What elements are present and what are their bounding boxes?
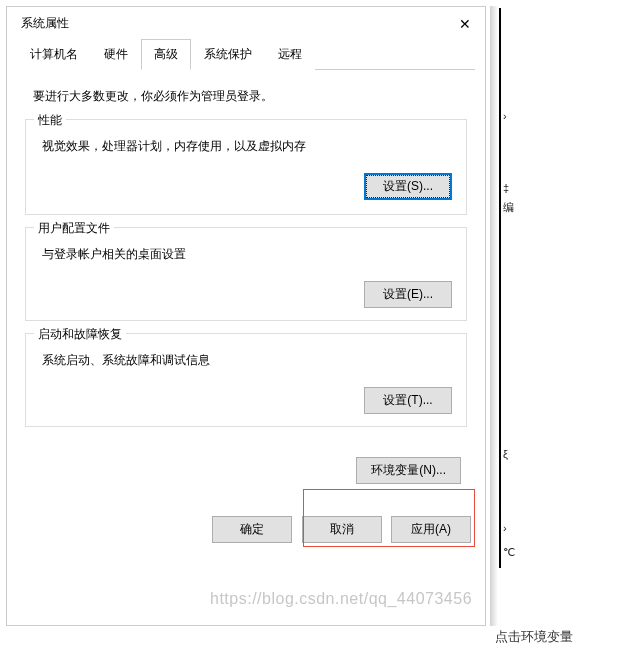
admin-instruction: 要进行大多数更改，你必须作为管理员登录。 (33, 88, 467, 105)
environment-variables-button[interactable]: 环境变量(N)... (356, 457, 461, 484)
group-performance-desc: 视觉效果，处理器计划，内存使用，以及虚拟内存 (42, 138, 452, 155)
bg-mark-arrow: › (503, 110, 507, 122)
tab-content-advanced: 要进行大多数更改，你必须作为管理员登录。 性能 视觉效果，处理器计划，内存使用，… (7, 70, 485, 506)
close-icon[interactable]: ✕ (453, 16, 477, 32)
cancel-button[interactable]: 取消 (302, 516, 382, 543)
performance-settings-button[interactable]: 设置(S)... (364, 173, 452, 200)
bg-mark-4: › (503, 522, 507, 534)
tab-remote[interactable]: 远程 (265, 39, 315, 70)
tab-system-protection[interactable]: 系统保护 (191, 39, 265, 70)
group-startup-legend: 启动和故障恢复 (34, 326, 126, 343)
group-user-profile: 用户配置文件 与登录帐户相关的桌面设置 设置(E)... (25, 227, 467, 321)
group-performance-legend: 性能 (34, 112, 66, 129)
env-var-row: 环境变量(N)... (25, 439, 467, 498)
tab-computer-name[interactable]: 计算机名 (17, 39, 91, 70)
bg-mark-3: ξ (503, 448, 508, 460)
system-properties-dialog: 系统属性 ✕ 计算机名 硬件 高级 系统保护 远程 要进行大多数更改，你必须作为… (6, 6, 486, 626)
group-user-profile-desc: 与登录帐户相关的桌面设置 (42, 246, 452, 263)
tab-strip: 计算机名 硬件 高级 系统保护 远程 (17, 38, 475, 70)
titlebar: 系统属性 ✕ (7, 7, 485, 38)
group-startup-recovery: 启动和故障恢复 系统启动、系统故障和调试信息 设置(T)... (25, 333, 467, 427)
dialog-footer: 确定 取消 应用(A) (7, 506, 485, 553)
bg-mark-5: ℃ (503, 546, 515, 559)
tab-hardware[interactable]: 硬件 (91, 39, 141, 70)
apply-button[interactable]: 应用(A) (391, 516, 471, 543)
group-performance: 性能 视觉效果，处理器计划，内存使用，以及虚拟内存 设置(S)... (25, 119, 467, 215)
bg-mark-1: ‡ (503, 182, 509, 194)
background-window-edge (499, 8, 505, 568)
ok-button[interactable]: 确定 (212, 516, 292, 543)
tab-advanced[interactable]: 高级 (141, 39, 191, 70)
group-startup-desc: 系统启动、系统故障和调试信息 (42, 352, 452, 369)
user-profile-settings-button[interactable]: 设置(E)... (364, 281, 452, 308)
startup-settings-button[interactable]: 设置(T)... (364, 387, 452, 414)
bg-mark-2: 编 (503, 200, 514, 215)
group-user-profile-legend: 用户配置文件 (34, 220, 114, 237)
dialog-shadow (490, 6, 498, 626)
figure-caption: 点击环境变量 (495, 628, 573, 646)
dialog-title: 系统属性 (21, 15, 69, 32)
